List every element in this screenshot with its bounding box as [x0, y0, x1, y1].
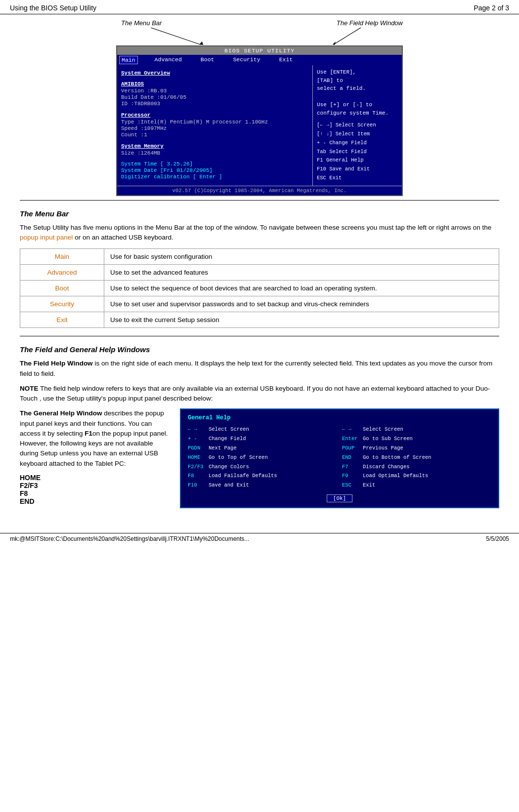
help-ok-row: [Ok]: [188, 494, 491, 502]
menu-item-description: Use to set the advanced features: [104, 265, 499, 281]
page-number: Page 2 of 3: [474, 4, 509, 12]
bios-menu-main[interactable]: Main: [119, 56, 138, 64]
bios-body: System Overview AMIBIOS Version :RB.03 B…: [117, 65, 402, 186]
help-desc: Previous Page: [363, 444, 403, 452]
bios-screen: BIOS SETUP UTILITY Main Advanced Boot Se…: [116, 45, 403, 196]
key-end: END: [20, 497, 168, 505]
general-help-window: General Help ← →Select Screen← →Select S…: [180, 408, 499, 508]
note-label: NOTE: [20, 385, 39, 392]
help-desc: Go to Sub Screen: [363, 435, 413, 443]
menu-bar-label: The Menu Bar: [121, 19, 162, 27]
help-key: Enter: [342, 435, 361, 443]
help-desc: Go to Top of Screen: [209, 453, 268, 462]
footer-date: 5/5/2005: [486, 535, 509, 542]
help-desc: Next Page: [209, 444, 237, 452]
help-row-col2: EnterGo to Sub Screen: [342, 435, 491, 443]
field-help-section-heading: The Field and General Help Windows: [20, 345, 499, 354]
help-key: ESC: [342, 481, 361, 489]
menu-item-description: Use to select the sequence of boot devic…: [104, 281, 499, 296]
menu-options-table: MainUse for basic system configurationAd…: [20, 248, 499, 328]
help-desc: Discard Changes: [363, 463, 410, 471]
svg-line-1: [334, 28, 361, 44]
bios-amibios-title: AMIBIOS: [121, 81, 308, 87]
table-row: AdvancedUse to set the advanced features: [20, 265, 499, 281]
key-f2f3: F2/F3: [20, 482, 168, 489]
svg-line-0: [151, 28, 200, 44]
help-key: PGUP: [342, 444, 361, 452]
svg-marker-2: [199, 41, 203, 45]
bios-diagram-wrapper: The Menu Bar The Field Help Window BIOS …: [91, 19, 428, 196]
bios-digitizer: Digitizer calibration [ Enter ]: [121, 174, 308, 180]
help-row-col1: F2/F3Change Colors: [188, 463, 337, 471]
menu-item-name: Boot: [20, 281, 104, 296]
page-header: Using the BIOS Setup Utility Page 2 of 3: [0, 0, 519, 14]
help-row-col2: F9Load Optimal Defaults: [342, 472, 491, 480]
help-key: F2/F3: [188, 463, 207, 471]
help-desc: Select Screen: [209, 425, 249, 434]
f1-key-label: F1: [85, 430, 92, 437]
help-key: F7: [342, 463, 361, 471]
help-desc: Load Failsafe Defaults: [209, 472, 277, 480]
help-desc: Save and Exit: [209, 481, 249, 489]
general-help-left: The General Help Window describes the po…: [20, 408, 168, 508]
help-row-col1: F8Load Failsafe Defaults: [188, 472, 337, 480]
bios-memory-title: System Memory: [121, 143, 308, 149]
menu-item-name: Security: [20, 296, 104, 312]
page-title: Using the BIOS Setup Utility: [10, 4, 96, 12]
help-key: ← →: [188, 425, 207, 434]
help-key: ← →: [342, 425, 361, 434]
table-row: MainUse for basic system configuration: [20, 249, 499, 265]
help-row-col1: PGDNNext Page: [188, 444, 337, 452]
table-row: SecurityUse to set user and supervisor p…: [20, 296, 499, 312]
bios-processor-title: Processor: [121, 112, 308, 118]
general-help-description: The General Help Window describes the po…: [20, 408, 168, 469]
help-desc: Go to Bottom of Screen: [363, 453, 432, 462]
note-text: NOTE The field help window refers to key…: [20, 384, 499, 404]
bios-menu-boot[interactable]: Boot: [199, 56, 216, 64]
help-row-col2: PGUPPrevious Page: [342, 444, 491, 452]
help-key: F10: [188, 481, 207, 489]
help-desc: Select Screen: [363, 425, 403, 434]
bios-menu-advanced[interactable]: Advanced: [153, 56, 184, 64]
bios-help-text1: Use [ENTER],[TAB] toselect a field.Use […: [317, 68, 398, 117]
bios-title-bar: BIOS SETUP UTILITY: [117, 46, 402, 55]
main-content: The Menu Bar The Field Help Window BIOS …: [0, 14, 519, 523]
bios-menu-security[interactable]: Security: [231, 56, 262, 64]
connector-arrows: [91, 28, 428, 45]
menu-item-name: Main: [20, 249, 104, 265]
general-help-bold: The General Help Window: [20, 409, 102, 417]
help-row-col1: F10Save and Exit: [188, 481, 337, 489]
menu-item-description: Use to set user and supervisor passwords…: [104, 296, 499, 312]
help-key: END: [342, 453, 361, 462]
help-key: F8: [188, 472, 207, 480]
help-row-col2: F7Discard Changes: [342, 463, 491, 471]
bios-version: Version :RB.03: [121, 88, 308, 94]
key-home: HOME: [20, 474, 168, 482]
bios-nav-keys: [← →] Select Screen [↑ ↓] Select Item + …: [317, 121, 398, 183]
help-row-col2: ← →Select Screen: [342, 425, 491, 434]
key-f8: F8: [20, 489, 168, 497]
table-row: ExitUse to exit the current Setup sessio…: [20, 312, 499, 328]
menu-item-name: Exit: [20, 312, 104, 328]
page-footer: mk:@MSITStore:C:\Documents%20and%20Setti…: [0, 533, 519, 544]
bios-system-time: System Time [ 3.25.26]: [121, 161, 308, 167]
divider-1: [20, 200, 499, 201]
table-row: BootUse to select the sequence of boot d…: [20, 281, 499, 296]
bios-right-panel: Use [ENTER],[TAB] toselect a field.Use […: [313, 65, 402, 186]
bios-menu-exit[interactable]: Exit: [277, 56, 295, 64]
popup-input-panel-link[interactable]: popup input panel: [20, 234, 73, 241]
menu-bar-section-heading: The Menu Bar: [20, 209, 499, 218]
field-help-label: The Field Help Window: [337, 19, 403, 27]
bios-builddate: Build Date :01/06/05: [121, 94, 308, 100]
help-desc: Load Optimal Defaults: [363, 472, 428, 480]
bios-cpu-speed: Speed :1097MHz: [121, 125, 308, 131]
bios-memory-size: Size :1264MB: [121, 150, 308, 156]
ok-button[interactable]: [Ok]: [327, 494, 352, 502]
field-help-description: The Field Help Window is on the right si…: [20, 359, 499, 379]
help-key: F9: [342, 472, 361, 480]
help-desc: Change Colors: [209, 463, 249, 471]
menu-item-description: Use to exit the current Setup session: [104, 312, 499, 328]
help-key: + -: [188, 435, 207, 443]
divider-2: [20, 336, 499, 336]
bios-overview-title: System Overview: [121, 70, 308, 76]
